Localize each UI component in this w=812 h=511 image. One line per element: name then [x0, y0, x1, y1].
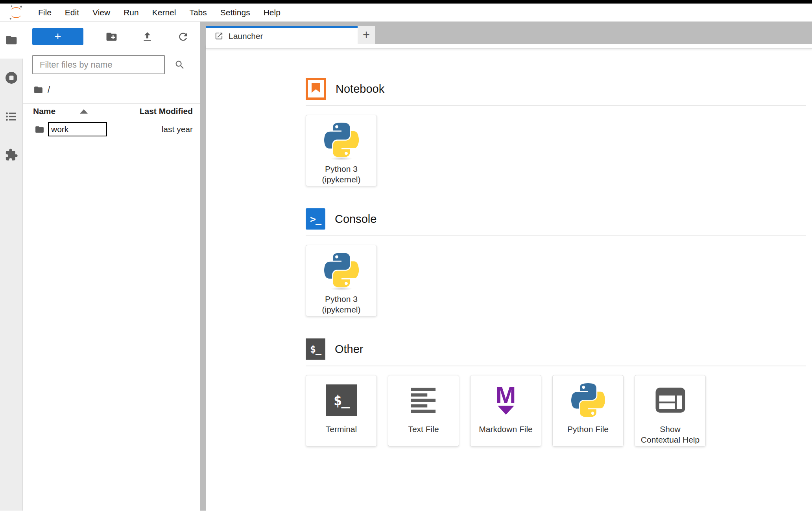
- python-logo-icon: [571, 383, 605, 417]
- launcher-card-show-contextual-help[interactable]: Show Contextual Help: [635, 375, 706, 447]
- new-folder-button[interactable]: [103, 29, 119, 44]
- card-icon: [568, 381, 608, 419]
- card-icon: [322, 121, 361, 159]
- activity-bar-rest: [0, 59, 22, 163]
- jupyter-logo: [6, 4, 26, 21]
- text-file-icon: [409, 386, 438, 415]
- search-icon: [174, 59, 185, 70]
- folder-icon: [35, 125, 44, 134]
- workspace: + /: [0, 22, 812, 511]
- filter-files-container: [32, 55, 191, 74]
- tab-launcher[interactable]: Launcher: [206, 26, 358, 44]
- upload-button[interactable]: [139, 29, 155, 44]
- upload-icon: [141, 31, 153, 43]
- notebook-icon: [306, 78, 326, 100]
- menu-items: File Edit View Run Kernel Tabs Settings …: [31, 8, 287, 17]
- tab-bar: Launcher +: [206, 22, 812, 44]
- refresh-button[interactable]: [175, 29, 191, 44]
- python-logo-icon: [324, 253, 359, 287]
- filter-files-input[interactable]: [32, 55, 165, 74]
- column-header-name[interactable]: Name: [23, 104, 104, 119]
- launcher-card-terminal[interactable]: $_ Terminal: [306, 375, 377, 447]
- window-top-strip: [0, 0, 812, 4]
- card-label: Markdown File: [479, 424, 533, 434]
- new-launcher-button[interactable]: +: [32, 28, 83, 45]
- file-browser-panel: + /: [23, 22, 200, 511]
- section-cards: Python 3 (ipykernel): [306, 115, 806, 186]
- main-dock-area: Launcher + Notebook: [206, 22, 812, 511]
- card-icon: [322, 251, 361, 289]
- launcher-card-python-file[interactable]: Python File: [552, 375, 624, 447]
- markdown-arrow: [498, 406, 514, 415]
- puzzle-icon: [5, 148, 18, 162]
- terminal-icon: $_: [326, 384, 357, 416]
- sidebar-tab-table-of-contents[interactable]: [5, 110, 18, 125]
- section-cards: $_ Terminal Text: [306, 375, 806, 447]
- panel-splitter[interactable]: [200, 22, 206, 511]
- console-icon: >_: [306, 208, 325, 230]
- menu-bar: File Edit View Run Kernel Tabs Settings …: [0, 4, 812, 22]
- markdown-icon: M: [496, 386, 516, 415]
- section-cards: Python 3 (ipykernel): [306, 245, 806, 316]
- section-header: $_ Other: [306, 338, 806, 360]
- card-label: Terminal: [326, 424, 357, 434]
- stop-circle-icon: [4, 71, 18, 85]
- section-title: Other: [335, 343, 364, 356]
- card-icon: [651, 381, 690, 419]
- menu-tabs[interactable]: Tabs: [183, 8, 213, 17]
- menu-view[interactable]: View: [86, 8, 117, 17]
- table-row[interactable]: last year: [23, 119, 200, 140]
- last-modified-value: last year: [162, 125, 200, 134]
- menu-file[interactable]: File: [31, 8, 58, 17]
- card-icon: M: [486, 381, 526, 419]
- launcher-card-python3-console[interactable]: Python 3 (ipykernel): [306, 245, 377, 316]
- menu-settings[interactable]: Settings: [214, 8, 257, 17]
- rename-folder-input[interactable]: [48, 122, 107, 136]
- sidebar-tab-running-kernels[interactable]: [4, 71, 18, 86]
- launcher-icon: [214, 31, 223, 40]
- new-folder-icon: [105, 31, 118, 43]
- list-icon: [5, 110, 18, 123]
- menu-kernel[interactable]: Kernel: [146, 8, 183, 17]
- folder-icon: [5, 34, 18, 46]
- section-divider: [306, 235, 806, 236]
- contextual-help-icon: [655, 387, 686, 414]
- sidebar-tab-extensions[interactable]: [5, 148, 18, 163]
- python-logo-icon: [324, 123, 359, 157]
- breadcrumb-root[interactable]: /: [48, 85, 50, 95]
- launcher-section-other: $_ Other $_ Terminal: [306, 338, 806, 447]
- home-folder-icon[interactable]: [33, 85, 43, 95]
- menu-edit[interactable]: Edit: [58, 8, 86, 17]
- activity-bar: [0, 22, 23, 511]
- column-header-last-modified[interactable]: Last Modified: [104, 104, 200, 119]
- breadcrumb: /: [33, 85, 200, 95]
- logo-shadow: [330, 157, 352, 160]
- card-label: Text File: [408, 424, 439, 434]
- jupyterlab-window: File Edit View Run Kernel Tabs Settings …: [0, 0, 812, 511]
- file-browser-toolbar: +: [32, 28, 191, 45]
- launcher-panel: Notebook Python 3 (ipykernel): [206, 49, 812, 511]
- menu-help[interactable]: Help: [257, 8, 287, 17]
- sidebar-tab-file-browser[interactable]: [0, 22, 23, 59]
- card-label: Python 3 (ipykernel): [322, 164, 360, 185]
- launcher-card-text-file[interactable]: Text File: [388, 375, 459, 447]
- refresh-icon: [177, 31, 189, 43]
- column-last-modified-label: Last Modified: [140, 107, 193, 116]
- card-label: Python File: [567, 424, 609, 434]
- section-divider: [306, 105, 806, 106]
- file-listing: Name Last Modified last year: [23, 103, 200, 140]
- menu-run[interactable]: Run: [117, 8, 146, 17]
- section-title: Console: [335, 213, 376, 226]
- section-divider: [306, 366, 806, 366]
- file-listing-header: Name Last Modified: [23, 103, 200, 119]
- new-tab-button[interactable]: +: [358, 26, 375, 44]
- terminal-icon: $_: [306, 338, 325, 360]
- launcher-card-python3-notebook[interactable]: Python 3 (ipykernel): [306, 115, 377, 186]
- launcher-card-markdown-file[interactable]: M Markdown File: [470, 375, 541, 447]
- tab-launcher-label: Launcher: [229, 31, 263, 41]
- column-name-label: Name: [33, 107, 55, 116]
- launcher-section-console: >_ Console Python 3 (ipykernel): [306, 208, 806, 316]
- section-title: Notebook: [336, 83, 384, 96]
- card-label: Python 3 (ipykernel): [322, 294, 360, 315]
- card-label: Show Contextual Help: [641, 424, 699, 445]
